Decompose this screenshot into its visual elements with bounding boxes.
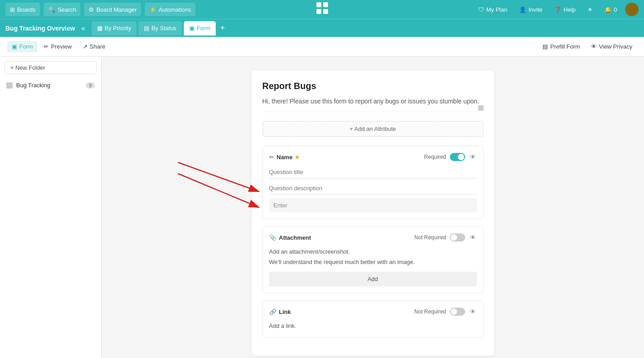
svg-rect-2 <box>316 9 321 14</box>
form-description-text: Hi, there! Please use this form to repor… <box>262 98 479 105</box>
name-field-icon: ✏ <box>269 154 274 161</box>
toolbar-right: ▤ Prefill Form 👁 View Privacy <box>538 41 637 52</box>
name-visibility-button[interactable]: 👁 <box>469 152 477 161</box>
boards-button[interactable]: ⊞ Boards <box>5 3 40 16</box>
share-label: Share <box>90 43 106 50</box>
board-manager-icon: ⚙ <box>89 6 94 13</box>
invite-icon: 👤 <box>519 6 526 13</box>
bell-icon: 🔔 <box>604 6 612 13</box>
tab-by-priority-label: By Priority <box>105 25 131 31</box>
folder-icon <box>6 82 13 89</box>
view-privacy-button[interactable]: 👁 View Privacy <box>586 41 637 52</box>
attachment-visibility-button[interactable]: 👁 <box>469 233 477 242</box>
form-tool-label: Form <box>19 43 33 50</box>
resize-handle[interactable] <box>478 105 484 111</box>
boards-icon: ⊞ <box>10 6 15 13</box>
attachment-field-icon: 📎 <box>269 234 276 241</box>
svg-rect-3 <box>323 9 328 14</box>
my-plan-button[interactable]: 🛡 My Plan <box>475 4 511 15</box>
name-field-label: Name <box>277 154 293 161</box>
automations-icon: ⚡ <box>149 6 156 13</box>
automations-button[interactable]: ⚡ Automations <box>145 3 195 16</box>
attachment-field-label: Attachment <box>279 234 311 241</box>
name-field-controls: Required 👁 <box>424 152 477 161</box>
enter-placeholder: Enter <box>269 198 477 212</box>
share-button[interactable]: ↗ Share <box>78 41 110 52</box>
theme-button[interactable]: ☀ <box>584 4 596 15</box>
name-required-toggle[interactable] <box>450 153 465 161</box>
field-header-attachment: 📎 Attachment Not Required 👁 <box>269 233 477 242</box>
content-wrapper: Report Bugs Hi, there! Please use this f… <box>111 70 635 356</box>
grid-icon: ▦ <box>97 25 102 31</box>
sidebar: + New Folder Bug Tracking 9 <box>0 57 102 358</box>
status-icon: ▤ <box>144 25 149 31</box>
attachment-add-button[interactable]: Add <box>269 272 477 286</box>
avatar[interactable] <box>625 3 639 16</box>
svg-rect-1 <box>323 2 328 7</box>
collapse-sidebar-button[interactable]: « <box>79 23 88 33</box>
link-field-label: Link <box>279 309 291 315</box>
link-visibility-button[interactable]: 👁 <box>469 307 477 316</box>
search-label: Search <box>58 6 76 13</box>
attachment-required-toggle[interactable] <box>450 233 465 242</box>
form-card: Report Bugs Hi, there! Please use this f… <box>252 70 494 356</box>
automations-label: Automations <box>159 6 191 13</box>
preview-button[interactable]: ✏ Preview <box>39 41 76 52</box>
plan-icon: 🛡 <box>478 6 484 13</box>
board-manager-button[interactable]: ⚙ Board Manager <box>84 3 141 16</box>
tab-by-status[interactable]: ▤ By Status <box>138 21 182 36</box>
link-field-controls: Not Required 👁 <box>414 307 477 316</box>
prefill-icon: ▤ <box>542 43 548 50</box>
invite-button[interactable]: 👤 Invite <box>515 4 546 15</box>
link-line1: Add a link. <box>269 321 477 331</box>
svg-line-6 <box>178 174 259 207</box>
invite-label: Invite <box>529 6 542 13</box>
my-plan-label: My Plan <box>486 6 507 13</box>
view-privacy-label: View Privacy <box>599 43 632 50</box>
sub-nav: Bug Tracking Overview « ▦ By Priority ▤ … <box>0 19 644 37</box>
new-folder-button[interactable]: + New Folder <box>4 61 97 74</box>
boards-label: Boards <box>17 6 36 13</box>
required-label: Required <box>424 154 446 160</box>
attachment-line1: Add an attachment/screenshot. <box>269 246 477 257</box>
add-tab-button[interactable]: + <box>218 23 228 33</box>
prefill-form-button[interactable]: ▤ Prefill Form <box>538 41 584 52</box>
field-header-link: 🔗 Link Not Required 👁 <box>269 307 477 316</box>
tab-form-label: Form <box>197 25 210 31</box>
tab-by-priority[interactable]: ▦ By Priority <box>92 21 137 36</box>
form-tab-icon: ▣ <box>189 25 195 31</box>
link-required-toggle[interactable] <box>450 308 465 316</box>
form-field-attachment: 📎 Attachment Not Required 👁 Add an attac… <box>262 226 484 293</box>
preview-icon: ✏ <box>44 43 49 50</box>
board-manager-label: Board Manager <box>96 6 137 13</box>
question-title-input[interactable] <box>269 166 477 179</box>
new-folder-label: + New Folder <box>10 64 45 71</box>
prefill-form-label: Prefill Form <box>550 43 580 50</box>
toolbar: ▣ Form ✏ Preview ↗ Share ▤ Prefill Form … <box>0 37 644 57</box>
form-description: Hi, there! Please use this form to repor… <box>262 97 484 112</box>
sidebar-item-bug-tracking[interactable]: Bug Tracking 9 <box>0 79 101 92</box>
attachment-field-controls: Not Required 👁 <box>414 233 477 242</box>
help-button[interactable]: ❓ Help <box>551 4 579 15</box>
preview-label: Preview <box>51 43 71 50</box>
notifications-button[interactable]: 🔔 0 <box>601 4 621 15</box>
add-attribute-button[interactable]: + Add an Attribute <box>262 121 484 137</box>
nav-right: 🛡 My Plan 👤 Invite ❓ Help ☀ 🔔 0 <box>475 3 639 16</box>
question-description-input[interactable] <box>269 182 477 195</box>
form-title: Report Bugs <box>262 81 484 91</box>
add-attribute-label: + Add an Attribute <box>350 125 396 132</box>
notifications-count: 0 <box>614 6 617 13</box>
content-area: Report Bugs Hi, there! Please use this f… <box>102 57 644 358</box>
help-icon: ❓ <box>554 6 561 13</box>
form-tool-button[interactable]: ▣ Form <box>7 41 37 52</box>
attachment-add-label: Add <box>368 276 378 282</box>
svg-rect-0 <box>316 2 321 7</box>
sidebar-item-label: Bug Tracking <box>16 82 50 89</box>
field-header-name: ✏ Name ★ Required 👁 <box>269 152 477 161</box>
search-button[interactable]: 🔍 Search <box>44 3 80 16</box>
share-icon: ↗ <box>83 43 88 50</box>
top-nav: ⊞ Boards 🔍 Search ⚙ Board Manager ⚡ Auto… <box>0 0 644 19</box>
tab-form[interactable]: ▣ Form <box>184 21 216 36</box>
main-layout: + New Folder Bug Tracking 9 <box>0 57 644 358</box>
breadcrumb-title: Bug Tracking Overview <box>5 25 75 32</box>
